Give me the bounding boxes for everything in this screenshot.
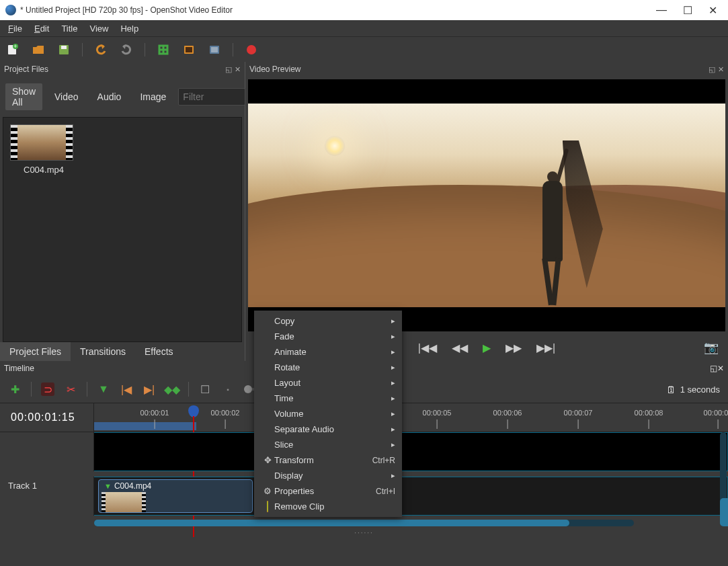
project-files-filter: Show All Video Audio Image xyxy=(0,77,245,117)
gear-icon: ⚙ xyxy=(261,486,274,496)
ctx-properties[interactable]: ⚙PropertiesCtrl+I xyxy=(254,483,402,499)
ctx-display[interactable]: Display▸ xyxy=(254,468,402,483)
playhead[interactable] xyxy=(188,405,199,417)
previous-marker-button[interactable]: |◀ xyxy=(120,382,133,396)
close-button[interactable]: ✕ xyxy=(709,4,717,17)
ctx-remove-clip[interactable]: Remove Clip xyxy=(254,499,402,514)
preview-close-icon[interactable]: ✕ xyxy=(718,65,724,74)
timecode-display[interactable]: 00:00:01:15 xyxy=(0,403,94,432)
add-track-button[interactable]: ✚ xyxy=(8,382,22,396)
next-marker-button[interactable]: ▶| xyxy=(143,382,156,396)
timeline-vertical-scrollbar[interactable] xyxy=(720,432,727,526)
ctx-time[interactable]: Time▸ xyxy=(254,391,402,406)
svg-point-12 xyxy=(247,45,256,54)
remove-icon xyxy=(267,501,268,512)
project-files-area[interactable]: C004.mp4 xyxy=(3,117,242,342)
filter-audio[interactable]: Audio xyxy=(91,89,128,105)
timeline-grid-button[interactable]: ▪ xyxy=(221,382,235,396)
ctx-animate[interactable]: Animate▸ xyxy=(254,344,402,360)
panel-dock-icon[interactable]: ◱ xyxy=(225,65,232,74)
choose-profile-button[interactable] xyxy=(181,42,196,57)
fast-forward-button[interactable]: ▶▶ xyxy=(505,341,522,354)
play-button[interactable]: ▶ xyxy=(483,341,491,354)
project-files-title: Project Files xyxy=(4,65,48,74)
timeline-close-icon[interactable]: ✕ xyxy=(717,364,724,373)
tab-effects[interactable]: Effects xyxy=(135,342,183,361)
track-body-0[interactable] xyxy=(94,432,728,471)
project-file-item[interactable]: C004.mp4 xyxy=(10,124,77,175)
ctx-rotate[interactable]: Rotate▸ xyxy=(254,360,402,375)
save-project-button[interactable] xyxy=(56,42,71,57)
ctx-layout[interactable]: Layout▸ xyxy=(254,375,402,391)
video-preview-title: Video Preview xyxy=(249,65,301,74)
svg-rect-11 xyxy=(211,47,218,52)
tab-project-files[interactable]: Project Files xyxy=(0,342,71,361)
svg-rect-4 xyxy=(61,46,67,49)
panel-close-icon[interactable]: ✕ xyxy=(235,65,241,74)
file-thumbnail xyxy=(10,124,73,161)
ctx-separate-audio[interactable]: Separate Audio▸ xyxy=(254,421,402,437)
timeline-ruler[interactable]: 00:00:01 00:00:02 00:00:05 00:00:06 00:0… xyxy=(94,403,728,432)
minimize-button[interactable]: — xyxy=(656,4,667,17)
undo-button[interactable] xyxy=(93,42,108,57)
svg-rect-9 xyxy=(186,47,192,52)
fullscreen-button[interactable] xyxy=(207,42,222,57)
filter-video[interactable]: Video xyxy=(48,89,85,105)
project-tabs: Project Files Transitions Effects xyxy=(0,342,245,361)
open-project-button[interactable] xyxy=(31,42,46,57)
clip-name: C004.mp4 xyxy=(114,481,151,491)
menu-file[interactable]: File xyxy=(3,22,28,35)
main-toolbar: + xyxy=(0,36,728,62)
redo-button[interactable] xyxy=(119,42,134,57)
video-frame xyxy=(248,104,725,307)
ctx-volume[interactable]: Volume▸ xyxy=(254,406,402,421)
video-preview-panel-header: Video Preview ◱ ✕ xyxy=(245,62,728,77)
jump-end-button[interactable]: ▶▶| xyxy=(536,341,555,354)
import-files-button[interactable] xyxy=(156,42,171,57)
snapping-button[interactable]: ⊃ xyxy=(41,382,54,396)
resize-handle[interactable]: ······ xyxy=(0,526,728,539)
filter-show-all[interactable]: Show All xyxy=(5,83,42,110)
track-head-1[interactable]: Track 1 xyxy=(0,477,94,516)
filter-image[interactable]: Image xyxy=(133,89,173,105)
preview-dock-icon[interactable]: ◱ xyxy=(709,65,715,74)
move-icon: ✥ xyxy=(261,455,274,465)
menu-help[interactable]: Help xyxy=(115,22,144,35)
file-name: C004.mp4 xyxy=(10,165,77,175)
timeline-title: Timeline xyxy=(4,364,34,373)
calendar-icon: 🗓 xyxy=(666,384,676,395)
zoom-label: 1 seconds xyxy=(680,385,720,395)
timeline-dock-icon[interactable]: ◱ xyxy=(710,364,717,373)
tab-transitions[interactable]: Transitions xyxy=(71,342,135,361)
clip-context-menu: Copy▸ Fade▸ Animate▸ Rotate▸ Layout▸ Tim… xyxy=(254,311,402,517)
snapshot-button[interactable]: 📷 xyxy=(704,340,719,355)
ctx-fade[interactable]: Fade▸ xyxy=(254,329,402,344)
menubar: File Edit Title View Help xyxy=(0,20,728,36)
window-title: * Untitled Project [HD 720p 30 fps] - Op… xyxy=(20,5,656,15)
window-titlebar: * Untitled Project [HD 720p 30 fps] - Op… xyxy=(0,0,728,20)
menu-edit[interactable]: Edit xyxy=(29,22,54,35)
ctx-transform[interactable]: ✥TransformCtrl+R xyxy=(254,452,402,468)
add-marker-button[interactable]: ▼ xyxy=(97,382,110,396)
filter-input[interactable] xyxy=(178,88,245,106)
timeline-settings-button[interactable]: ☐ xyxy=(198,382,212,396)
clip-thumbnail xyxy=(102,492,146,512)
export-video-button[interactable] xyxy=(244,42,259,57)
razor-button[interactable]: ✂ xyxy=(64,382,77,396)
menu-view[interactable]: View xyxy=(84,22,114,35)
menu-title[interactable]: Title xyxy=(56,22,83,35)
ctx-slice[interactable]: Slice▸ xyxy=(254,437,402,452)
timeline-horizontal-scrollbar[interactable] xyxy=(94,520,634,526)
maximize-button[interactable]: ☐ xyxy=(683,4,692,17)
rewind-button[interactable]: ◀◀ xyxy=(452,341,468,354)
new-project-button[interactable]: + xyxy=(5,42,20,57)
zoom-level[interactable]: 🗓 1 seconds xyxy=(666,384,720,395)
video-preview xyxy=(248,79,725,331)
app-logo-icon xyxy=(5,5,16,15)
track-body-1[interactable]: ▼C004.mp4 xyxy=(94,477,728,516)
ctx-copy[interactable]: Copy▸ xyxy=(254,313,402,329)
jump-start-button[interactable]: |◀◀ xyxy=(418,341,437,354)
center-playhead-button[interactable]: ◆◆ xyxy=(165,382,179,396)
track-head-0[interactable] xyxy=(0,432,94,471)
timeline-clip[interactable]: ▼C004.mp4 xyxy=(98,479,253,513)
